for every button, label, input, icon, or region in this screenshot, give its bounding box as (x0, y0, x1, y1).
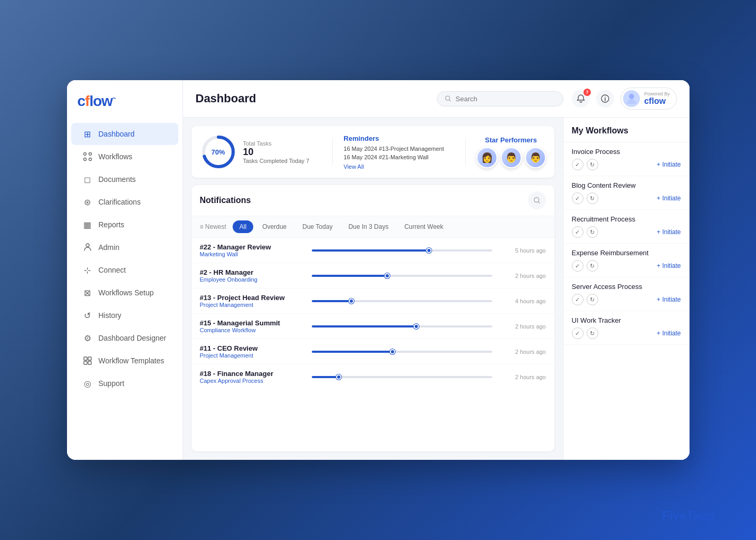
stats-bar: 70% Total Tasks 10 Tasks Completed Today… (192, 126, 554, 178)
page-title: Dashboard (196, 92, 428, 105)
sidebar-item-label: Connect (99, 266, 126, 274)
progress-track (312, 376, 492, 378)
workflow-item: Recruitment Process ✓ ↻ + Initiate (563, 210, 690, 244)
sidebar-item-reports[interactable]: ▦ Reports (71, 214, 178, 236)
workflow-check-icon[interactable]: ✓ (572, 327, 583, 339)
main-content: Dashboard 7 (183, 80, 690, 460)
initiate-button[interactable]: + Initiate (657, 161, 681, 168)
workflow-check-icon[interactable]: ✓ (572, 159, 583, 170)
progress-fill (312, 325, 416, 327)
header-icons: 7 (572, 88, 677, 110)
workflow-check-icon[interactable]: ✓ (572, 226, 583, 238)
workflow-clock-icon[interactable]: ↻ (587, 327, 598, 339)
initiate-button[interactable]: + Initiate (657, 228, 681, 236)
reminder-item: 16 May 2024 #21-Marketing Wall (343, 153, 454, 161)
sidebar-item-connect[interactable]: ⊹ Connect (71, 259, 178, 281)
notif-info: #22 - Manager Review Marketing Wall (200, 243, 305, 257)
filter-tab-overdue[interactable]: Overdue (255, 220, 293, 233)
svg-point-11 (605, 97, 606, 98)
svg-point-4 (86, 244, 89, 247)
notif-task-sub[interactable]: Compliance Workflow (200, 327, 305, 333)
workflow-items-list: Invoice Process ✓ ↻ + Initiate Blog Cont… (563, 142, 690, 345)
progress-dot (349, 298, 354, 304)
notif-time: 5 hours ago (499, 247, 546, 254)
workflow-check-icon[interactable]: ✓ (572, 260, 583, 272)
notifications-panel: Notifications ≡ Newest All Overdue Due T (192, 185, 554, 451)
notification-button[interactable]: 7 (572, 90, 590, 108)
svg-point-2 (83, 158, 86, 161)
progress-dot (414, 324, 419, 329)
progress-fill (312, 249, 429, 252)
filter-tab-due-today[interactable]: Due Today (295, 220, 339, 233)
workflow-item: Expense Reimbursement ✓ ↻ + Initiate (563, 244, 690, 277)
star-performers-title: Star Performers (476, 136, 546, 144)
sidebar-item-workflow-templates[interactable]: Workflow Templates (71, 350, 178, 372)
progress-dot (336, 374, 341, 380)
filter-tab-due-3-days[interactable]: Due In 3 Days (341, 220, 395, 233)
sidebar: cflow~ ⊞ Dashboard Workflows ◻ Documents… (67, 80, 183, 460)
history-icon: ↺ (82, 310, 93, 321)
sidebar-item-label: Workflow Templates (99, 356, 165, 365)
notif-task-title: #15 - Managerial Summit (200, 319, 305, 327)
sidebar-item-label: Dashboard (99, 130, 135, 138)
initiate-button[interactable]: + Initiate (657, 296, 681, 303)
filter-tab-current-week[interactable]: Current Week (397, 220, 450, 233)
search-input[interactable] (456, 95, 556, 103)
header: Dashboard 7 (183, 80, 690, 118)
sidebar-item-dashboard[interactable]: ⊞ Dashboard (71, 123, 178, 145)
sidebar-item-workflows[interactable]: Workflows (71, 146, 178, 168)
view-all-link[interactable]: View All (343, 163, 454, 170)
sidebar-item-clarifications[interactable]: ⊛ Clarifications (71, 191, 178, 213)
filter-tab-all[interactable]: All (233, 220, 253, 233)
sidebar-item-dashboard-designer[interactable]: ⚙ Dashboard Designer (71, 327, 178, 349)
sidebar-item-workflows-setup[interactable]: ⊠ Workflows Setup (71, 282, 178, 304)
workflow-item: Server Access Process ✓ ↻ + Initiate (563, 277, 690, 311)
notification-badge: 7 (583, 89, 591, 96)
progress-fill (312, 351, 393, 353)
user-avatar-header[interactable]: Powered By cflow (620, 88, 677, 110)
star-performers-section: Star Performers 👩 👨 👨 (476, 136, 546, 168)
stat-text-block: Total Tasks 10 Tasks Completed Today 7 (243, 140, 310, 164)
initiate-button[interactable]: + Initiate (657, 262, 681, 269)
notifications-search-button[interactable] (528, 191, 546, 209)
workflow-check-icon[interactable]: ✓ (572, 294, 583, 305)
sidebar-item-label: Workflows (99, 152, 132, 161)
notif-task-sub[interactable]: Employee Onboarding (200, 276, 305, 283)
notif-task-sub[interactable]: Project Management (200, 302, 305, 308)
info-button[interactable] (596, 90, 614, 108)
workflow-clock-icon[interactable]: ↻ (587, 294, 598, 305)
sidebar-item-label: Admin (99, 243, 120, 252)
sidebar-item-admin[interactable]: Admin (71, 236, 178, 258)
notif-info: #18 - Finance Manager Capex Approval Pro… (200, 370, 305, 384)
search-bar[interactable] (437, 91, 563, 107)
workflow-clock-icon[interactable]: ↻ (587, 260, 598, 272)
logo-text: cflow~ (78, 93, 172, 110)
notif-task-sub[interactable]: Capex Approval Process (200, 378, 305, 384)
completed-today-label: Tasks Completed Today 7 (243, 158, 310, 164)
search-icon-notif (533, 197, 541, 204)
dashboard-icon: ⊞ (82, 128, 93, 140)
progress-dot (385, 273, 390, 278)
progress-track (312, 275, 492, 277)
workflow-clock-icon[interactable]: ↻ (587, 226, 598, 238)
notif-task-sub[interactable]: Marketing Wall (200, 251, 305, 257)
notif-task-sub[interactable]: Project Management (200, 352, 305, 359)
notification-row: #15 - Managerial Summit Compliance Workf… (192, 314, 554, 339)
workflow-clock-icon[interactable]: ↻ (587, 159, 598, 170)
workflow-clock-icon[interactable]: ↻ (587, 192, 598, 204)
svg-rect-7 (84, 361, 87, 364)
sidebar-item-history[interactable]: ↺ History (71, 304, 178, 326)
notification-row: #18 - Finance Manager Capex Approval Pro… (192, 364, 554, 389)
my-workflows-title: My Workflows (563, 118, 690, 142)
svg-point-0 (83, 153, 86, 156)
workflow-check-icon[interactable]: ✓ (572, 192, 583, 204)
initiate-button[interactable]: + Initiate (657, 330, 681, 337)
reminder-item: 16 May 2024 #13-Project Management (343, 144, 454, 153)
sidebar-item-support[interactable]: ◎ Support (71, 372, 178, 394)
reminders-section: Reminders 16 May 2024 #13-Project Manage… (343, 134, 454, 170)
workflow-icons: ✓ ↻ (572, 159, 598, 170)
svg-rect-6 (88, 357, 91, 360)
sidebar-item-documents[interactable]: ◻ Documents (71, 168, 178, 190)
initiate-button[interactable]: + Initiate (657, 195, 681, 202)
stats-divider2 (465, 139, 466, 165)
